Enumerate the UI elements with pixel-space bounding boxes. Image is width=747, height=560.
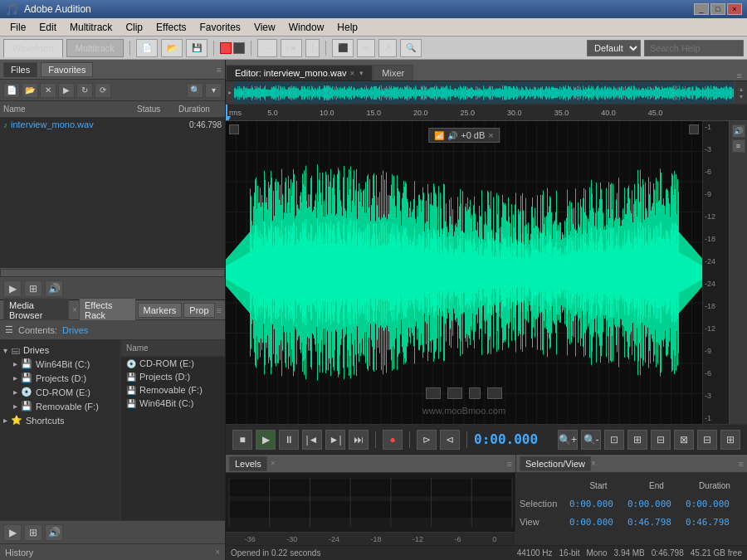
search-input[interactable] [644,40,744,56]
tree-shortcuts[interactable]: ▸ ⭐ Shortcuts [3,413,116,427]
tree-drives[interactable]: ▾ 🖴 Drives [3,343,116,357]
gain-close[interactable]: × [488,130,493,140]
filter-btn[interactable]: ▾ [205,83,222,98]
menu-clip[interactable]: Clip [119,20,149,35]
tab-favorites[interactable]: Favorites [41,62,93,77]
tab-selection[interactable]: Selection/View [520,456,591,471]
editor-tab-dropdown[interactable]: ▾ [359,69,364,77]
record-btn[interactable]: ● [383,430,403,450]
tab-mixer[interactable]: Mixer [373,65,413,80]
tab-files[interactable]: Files [3,62,37,77]
history-menu[interactable]: × [215,548,220,557]
fade-tool[interactable]: ↗ [378,39,397,57]
tree-win64bit[interactable]: ▸ 💾 Win64Bit (C:) [3,357,116,371]
tab-markers[interactable]: Markers [138,303,183,318]
stop-btn[interactable]: ■ [232,430,252,450]
tab-waveform[interactable]: Waveform [3,39,63,57]
next-btn[interactable]: ⏭ [349,430,369,450]
search-files-btn[interactable]: 🔍 [187,83,203,98]
tab-media-browser[interactable]: Media Browser [3,298,69,323]
tab-effects-rack[interactable]: Effects Rack [79,298,136,323]
zoom-extra-btn[interactable]: ⊠ [674,430,694,450]
levels-panel-menu[interactable]: ≡ [507,459,512,469]
overview-left-btn[interactable]: ▸ [226,81,234,105]
file-item[interactable]: ♪ interview_mono.wav 0:46.798 [0,118,225,131]
autoplay-btn[interactable]: ↻ [76,83,93,98]
media-insert-btn[interactable]: ⊞ [24,524,42,541]
zoom-in-btn[interactable]: 🔍+ [558,430,578,450]
back-btn[interactable]: |◄ [302,430,322,450]
menu-effects[interactable]: Effects [149,20,193,35]
waveform-display[interactable]: 📶 🔊 +0 dB × www.mooBmoo.com [226,121,702,424]
overview-waveform[interactable] [234,81,734,105]
content-cdrom[interactable]: 💿 CD-ROM (E:) [121,357,225,370]
maximize-button[interactable]: □ [710,3,725,15]
content-win64bit[interactable]: 💾 Win64Bit (C:) [121,397,225,410]
menu-help[interactable]: Help [330,20,364,35]
sel-panel-menu[interactable]: ≡ [739,459,744,469]
zoom-out-btn[interactable]: 🔍- [581,430,601,450]
play-btn-transport[interactable]: ▶ [256,430,276,450]
zoom-sel-btn[interactable]: ⊞ [627,430,647,450]
workspace-select[interactable]: Default [587,40,641,56]
marker-tool[interactable]: | [305,39,320,57]
forward-btn[interactable]: ►| [325,430,345,450]
razor-tool[interactable]: ✂ [357,39,375,57]
zoom-fit-btn[interactable]: ⊡ [604,430,624,450]
menu-edit[interactable]: Edit [32,20,63,35]
save-button[interactable]: 💾 [186,39,208,57]
content-removable[interactable]: 💾 Removable (F:) [121,383,225,397]
sel-close[interactable]: × [591,459,596,468]
zoom-extra-2-btn[interactable]: ⊟ [697,430,717,450]
overview-scroll-down[interactable]: ▾ [740,93,743,100]
tab-levels[interactable]: Levels [229,456,267,471]
back-to-start[interactable]: |◄ [281,39,303,57]
tree-projects[interactable]: ▸ 💾 Projects (D:) [3,371,116,385]
new-file-btn[interactable]: 📄 [3,83,20,98]
tree-cdrom[interactable]: ▸ 💿 CD-ROM (E:) [3,385,116,399]
play-file-btn[interactable]: ▶ [58,83,75,98]
zoom-extra-3-btn[interactable]: ⊞ [720,430,740,450]
media-hamburger[interactable]: ☰ [5,324,13,335]
select-tool[interactable]: ⬛ [332,39,354,57]
loop-btn[interactable]: ⟳ [95,83,111,98]
new-button[interactable]: 📄 [136,39,158,57]
media-panel-menu[interactable]: ≡ [217,305,222,315]
minimize-button[interactable]: _ [694,3,709,15]
levels-close[interactable]: × [271,459,276,468]
scrollbar-track[interactable] [1,270,224,276]
pause-btn[interactable]: ⏸ [279,430,299,450]
media-speaker-btn[interactable]: 🔊 [45,524,63,541]
overview-scroll-up[interactable]: ▴ [740,85,743,93]
open-file-btn[interactable]: 📂 [22,83,38,98]
menu-multitrack[interactable]: Multitrack [63,20,119,35]
in-mark-btn[interactable]: ⊲ [440,430,460,450]
menu-view[interactable]: View [247,20,282,35]
zoom-waveform-btn[interactable]: 🔊 [732,124,745,138]
open-button[interactable]: 📂 [161,39,183,57]
vertical-zoom-btn[interactable]: ≡ [732,139,745,153]
editor-panel-menu[interactable]: ≡ [732,71,747,80]
close-file-btn[interactable]: ✕ [40,83,56,98]
tab-multitrack[interactable]: Multitrack [66,39,124,57]
files-scrollbar[interactable] [0,268,225,276]
zoom-full-btn[interactable]: ⊟ [651,430,671,450]
media-browser-close[interactable]: × [72,305,77,314]
play-btn[interactable]: ▶ [3,280,22,297]
media-play-btn[interactable]: ▶ [3,524,22,541]
insert-btn[interactable]: ⊞ [24,280,42,297]
menu-favorites[interactable]: Favorites [193,20,247,35]
move-tool[interactable]: ↔ [257,39,277,57]
out-mark-btn[interactable]: ⊳ [417,430,437,450]
editor-tab-close[interactable]: × [350,69,355,78]
tab-editor[interactable]: Editor: interview_mono.wav × ▾ [226,65,373,80]
tree-removable[interactable]: ▸ 💾 Removable (F:) [3,399,116,413]
speaker-btn[interactable]: 🔊 [45,280,63,297]
overview-bar[interactable]: ▸ ▴ ▾ [226,81,747,105]
menu-file[interactable]: File [3,20,32,35]
zoom-tool[interactable]: 🔍 [400,39,422,57]
panel-menu-icon[interactable]: ≡ [217,65,222,75]
menu-window[interactable]: Window [282,20,331,35]
content-projects[interactable]: 💾 Projects (D:) [121,370,225,383]
tab-prop[interactable]: Prop [183,303,214,318]
